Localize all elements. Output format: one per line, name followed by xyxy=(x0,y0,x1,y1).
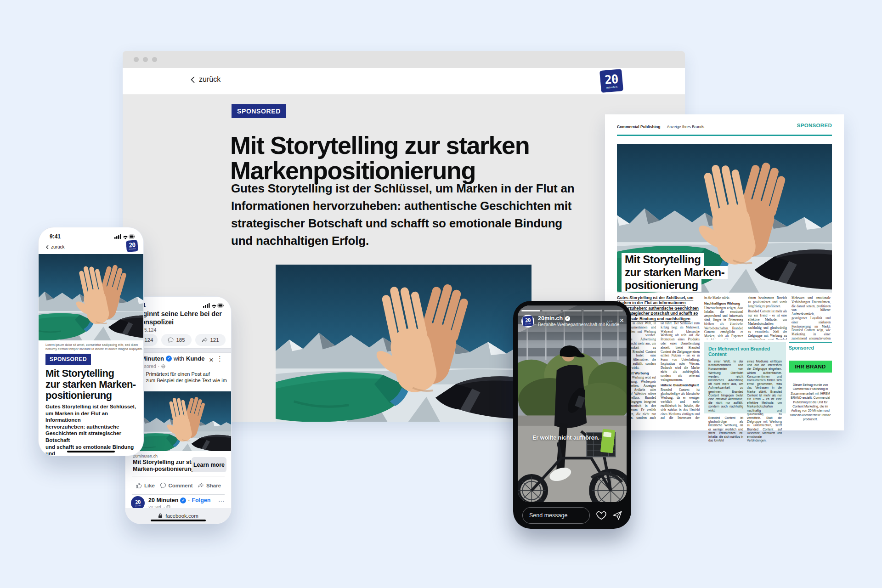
sponsored-badge: SPONSORED xyxy=(232,104,286,118)
divider xyxy=(132,476,225,476)
comment-icon xyxy=(160,482,166,489)
share-arrow-icon xyxy=(198,482,204,489)
back-label: zurück xyxy=(199,75,220,84)
close-icon[interactable]: × xyxy=(620,317,624,325)
instagram-story-phone: 20minuten 20min.ch ✓ Bezahlte Werbepartn… xyxy=(513,301,631,529)
send-message-input[interactable]: Send message xyxy=(522,507,590,524)
hero-image xyxy=(276,265,531,422)
page-name[interactable]: 20 Minuten xyxy=(148,497,178,503)
site-navbar: zurück 20 minuten xyxy=(123,68,685,95)
verified-badge-icon: ✓ xyxy=(565,316,570,321)
browser-titlebar xyxy=(123,51,685,68)
chevron-left-icon xyxy=(191,76,195,83)
newspaper-column: einem bestimmten Bereich zu positioniere… xyxy=(748,296,787,339)
status-icons xyxy=(203,303,224,308)
sponsored-badge: SPONSORED xyxy=(45,354,91,365)
share-count-pill[interactable]: 121 xyxy=(195,334,226,346)
newspaper-headline: Mit Storytelling zur starken Marken- pos… xyxy=(622,253,728,292)
newspaper-column: Mehrwert und emotionale Verbindungen. Un… xyxy=(792,296,831,339)
back-link[interactable]: zurück xyxy=(46,244,64,249)
story-caption: Er wollte nicht aufhören. xyxy=(532,435,599,441)
comment-icon xyxy=(168,337,174,343)
follow-button[interactable]: Folgen xyxy=(192,497,210,503)
20min-logo[interactable]: 20minuten xyxy=(126,240,138,252)
brand-placeholder-button[interactable]: IHR BRAND xyxy=(789,361,832,373)
globe-icon xyxy=(161,364,165,368)
newspaper-section: Commercial Publishing xyxy=(617,124,660,129)
account-avatar[interactable]: 20minuten xyxy=(521,315,534,328)
mobile-article-phone: 9:41 zurück 20minuten Lorem ipsum dolor … xyxy=(38,227,144,456)
more-options-icon[interactable]: ⋯ xyxy=(607,317,613,324)
chevron-left-icon xyxy=(46,245,49,249)
status-icons xyxy=(114,234,135,239)
newspaper-sponsored-label: SPONSORED xyxy=(797,123,832,128)
story-reply-bar: Send message xyxy=(513,502,631,529)
partner-name[interactable]: Kunde xyxy=(186,355,204,362)
infobox-column: In einer Welt, in der Konsumentinnen und… xyxy=(708,360,743,442)
20min-logo[interactable]: 20 minuten xyxy=(599,69,623,93)
story-video[interactable] xyxy=(518,305,627,502)
window-control-icon[interactable] xyxy=(134,57,139,62)
branded-content-infobox: Der Mehrwert von Branded Content In eine… xyxy=(704,342,786,413)
reactions-count: 5.124 xyxy=(144,327,156,333)
newspaper-column: in die Marke stärkt.Nachhaltigere Wirkun… xyxy=(704,296,743,339)
newspaper-image: Mit Storytelling zur starken Marken- pos… xyxy=(617,144,832,293)
article-headline: Mit Storytelling zur starken Markenposit… xyxy=(230,133,529,183)
back-link[interactable]: zurück xyxy=(191,75,220,84)
sidebar-sponsored-label: Sponsored xyxy=(789,345,832,351)
window-control-icon[interactable] xyxy=(152,57,157,62)
home-indicator[interactable] xyxy=(67,451,115,453)
divider xyxy=(132,494,225,495)
infobox-title: Der Mehrwert von Branded Content xyxy=(708,346,782,357)
article-lead: Gutes Storytelling ist der Schlüssel, um… xyxy=(231,180,575,249)
article-image xyxy=(39,254,143,340)
close-icon[interactable]: × xyxy=(209,356,214,365)
article-headline: Mit Storytelling zur starken Marken- pos… xyxy=(45,368,136,401)
caption-text: Lorem ipsum dolor sit amet, consetetur s… xyxy=(45,343,143,351)
teal-rule xyxy=(789,342,832,343)
comment-count-pill[interactable]: 185 xyxy=(161,334,192,346)
newspaper-sidebar: Sponsored IHR BRAND Dieser Beitrag wurde… xyxy=(789,342,832,422)
campaign-showcase: zurück 20 minuten SPONSORED Mit Storytel… xyxy=(0,0,882,588)
infobox-column: eines Mediums einfügen und auf die Inter… xyxy=(747,360,782,442)
newspaper-ad: Commercial Publishing Anzeige Ihres Bran… xyxy=(605,114,844,430)
send-plane-icon[interactable] xyxy=(613,511,622,520)
heart-icon[interactable] xyxy=(596,511,606,520)
lock-icon xyxy=(158,513,163,519)
sidebar-disclaimer: Dieser Beitrag wurde von Commercial Publ… xyxy=(789,383,832,422)
home-indicator[interactable] xyxy=(151,520,206,522)
link-domain: 20minuten.ch xyxy=(133,454,158,458)
story-progress-bar xyxy=(521,310,623,311)
share-button[interactable]: Share xyxy=(198,482,221,489)
comment-button[interactable]: Comment xyxy=(160,482,193,489)
newspaper-header: Commercial Publishing Anzeige Ihres Bran… xyxy=(617,124,704,129)
verified-badge-icon: ✓ xyxy=(180,498,186,503)
with-label: with xyxy=(174,355,184,362)
article-lead: Gutes Storytelling ist der Schlüssel, um… xyxy=(45,403,143,456)
more-options-icon[interactable]: ⋮ xyxy=(216,355,224,363)
more-options-icon[interactable]: ⋯ xyxy=(218,497,225,504)
teal-rule xyxy=(617,135,832,136)
newspaper-column: tät führt. Der Schlüssel zum Erfolg lieg… xyxy=(661,322,700,419)
learn-more-button[interactable]: Learn more xyxy=(192,457,226,472)
verified-badge-icon: ✓ xyxy=(166,356,172,362)
like-button[interactable]: Like xyxy=(136,482,155,489)
status-time: 9:41 xyxy=(50,233,61,240)
share-arrow-icon xyxy=(202,337,208,343)
window-control-icon[interactable] xyxy=(143,57,148,62)
thumbs-up-icon xyxy=(136,482,142,489)
newspaper-subsection: Anzeige Ihres Brands xyxy=(667,124,704,129)
